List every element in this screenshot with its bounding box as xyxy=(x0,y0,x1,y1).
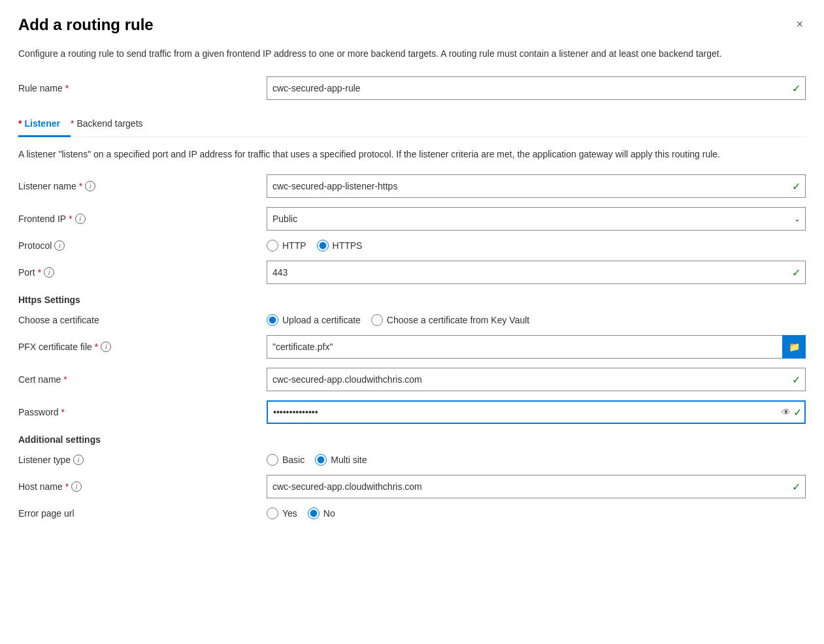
password-input-wrapper: 👁 ✓ xyxy=(267,400,806,424)
panel-header: Add a routing rule × xyxy=(18,16,806,34)
error-page-url-no-radio[interactable] xyxy=(308,507,320,519)
listener-name-control: ✓ xyxy=(267,174,806,198)
choose-certificate-row: Choose a certificate Upload a certificat… xyxy=(18,314,806,326)
choose-certificate-control: Upload a certificate Choose a certificat… xyxy=(267,314,806,326)
pfx-file-browse-button[interactable]: 📁 xyxy=(782,335,806,359)
cert-name-input-wrapper: ✓ xyxy=(267,368,806,391)
cert-name-input[interactable] xyxy=(267,368,806,391)
cert-name-label: Cert name * xyxy=(18,374,267,385)
password-label: Password * xyxy=(18,407,267,417)
error-page-url-yes-option[interactable]: Yes xyxy=(267,507,297,519)
pfx-file-input-wrapper: 📁 xyxy=(267,335,806,359)
password-row: Password * 👁 ✓ xyxy=(18,400,806,424)
port-label: Port * i xyxy=(18,267,267,278)
rule-name-label: Rule name * xyxy=(18,83,267,93)
panel-description: Configure a routing rule to send traffic… xyxy=(18,47,763,61)
listener-name-checkmark: ✓ xyxy=(792,180,800,193)
host-name-input[interactable] xyxy=(267,475,806,498)
protocol-control: HTTP HTTPS xyxy=(267,240,806,251)
frontend-ip-control: Public ⌄ xyxy=(267,207,806,231)
frontend-ip-info-icon[interactable]: i xyxy=(75,214,86,224)
listener-type-row: Listener type i Basic Multi site xyxy=(18,454,806,466)
folder-icon: 📁 xyxy=(789,342,800,352)
close-button[interactable]: × xyxy=(793,16,806,33)
listener-name-info-icon[interactable]: i xyxy=(85,181,95,191)
host-name-info-icon[interactable]: i xyxy=(71,481,82,492)
listener-type-multisite-option[interactable]: Multi site xyxy=(315,454,367,466)
choose-certificate-radio-group: Upload a certificate Choose a certificat… xyxy=(267,314,806,326)
listener-type-info-icon[interactable]: i xyxy=(73,455,84,465)
password-icons: 👁 ✓ xyxy=(782,406,802,419)
error-page-url-label: Error page url xyxy=(18,508,267,519)
frontend-ip-dropdown-wrapper: Public ⌄ xyxy=(267,207,806,231)
listener-type-control: Basic Multi site xyxy=(267,454,806,466)
tab-backend-targets[interactable]: * Backend targets xyxy=(71,113,154,137)
listener-type-radio-group: Basic Multi site xyxy=(267,454,806,466)
password-input[interactable] xyxy=(267,400,806,424)
frontend-ip-row: Frontend IP * i Public ⌄ xyxy=(18,207,806,231)
cert-name-checkmark: ✓ xyxy=(792,374,800,386)
pfx-file-text-input[interactable] xyxy=(267,335,782,359)
additional-settings-title: Additional settings xyxy=(18,434,806,445)
listener-name-input[interactable] xyxy=(267,174,806,198)
rule-name-row: Rule name * ✓ xyxy=(18,76,806,100)
error-page-url-row: Error page url Yes No xyxy=(18,507,806,519)
port-input-wrapper: ✓ xyxy=(267,261,806,284)
host-name-row: Host name * i ✓ xyxy=(18,475,806,498)
password-checkmark: ✓ xyxy=(793,406,802,419)
https-settings-title: Https Settings xyxy=(18,295,806,305)
listener-name-row: Listener name * i ✓ xyxy=(18,174,806,198)
frontend-ip-select[interactable]: Public xyxy=(267,207,806,231)
protocol-row: Protocol i HTTP HTTPS xyxy=(18,240,806,251)
listener-type-multisite-radio[interactable] xyxy=(315,454,327,466)
tabs-row: * Listener * Backend targets xyxy=(18,113,806,137)
pfx-certificate-control: 📁 xyxy=(267,335,806,359)
port-info-icon[interactable]: i xyxy=(44,267,54,278)
cert-name-control: ✓ xyxy=(267,368,806,391)
protocol-https-radio[interactable] xyxy=(317,240,329,251)
protocol-http-radio[interactable] xyxy=(267,240,278,251)
listener-name-input-wrapper: ✓ xyxy=(267,174,806,198)
error-page-url-control: Yes No xyxy=(267,507,806,519)
listener-name-label: Listener name * i xyxy=(18,181,267,191)
upload-certificate-radio[interactable] xyxy=(267,314,278,326)
rule-name-input[interactable] xyxy=(267,76,806,100)
frontend-ip-label: Frontend IP * i xyxy=(18,214,267,224)
rule-name-checkmark: ✓ xyxy=(792,82,800,95)
error-page-url-no-option[interactable]: No xyxy=(308,507,335,519)
keyvault-certificate-radio[interactable] xyxy=(371,314,383,326)
host-name-checkmark: ✓ xyxy=(792,481,800,493)
port-row: Port * i ✓ xyxy=(18,261,806,284)
add-routing-rule-panel: Add a routing rule × Configure a routing… xyxy=(0,0,824,644)
protocol-label: Protocol i xyxy=(18,240,267,251)
listener-type-basic-option[interactable]: Basic xyxy=(267,454,305,466)
cert-name-row: Cert name * ✓ xyxy=(18,368,806,391)
port-input[interactable] xyxy=(267,261,806,284)
rule-name-control: ✓ xyxy=(267,76,806,100)
rule-name-input-wrapper: ✓ xyxy=(267,76,806,100)
upload-certificate-option[interactable]: Upload a certificate xyxy=(267,314,361,326)
tab-listener[interactable]: * Listener xyxy=(18,113,71,137)
pfx-certificate-row: PFX certificate file * i 📁 xyxy=(18,335,806,359)
keyvault-certificate-option[interactable]: Choose a certificate from Key Vault xyxy=(371,314,529,326)
password-eye-icon[interactable]: 👁 xyxy=(782,407,791,417)
protocol-radio-group: HTTP HTTPS xyxy=(267,240,806,251)
port-control: ✓ xyxy=(267,261,806,284)
host-name-control: ✓ xyxy=(267,475,806,498)
protocol-https-option[interactable]: HTTPS xyxy=(317,240,363,251)
error-page-url-radio-group: Yes No xyxy=(267,507,806,519)
pfx-certificate-label: PFX certificate file * i xyxy=(18,342,267,352)
protocol-info-icon[interactable]: i xyxy=(54,240,65,251)
port-checkmark: ✓ xyxy=(792,266,800,279)
protocol-http-option[interactable]: HTTP xyxy=(267,240,306,251)
listener-description: A listener "listens" on a specified port… xyxy=(18,148,763,161)
listener-type-label: Listener type i xyxy=(18,455,267,465)
host-name-input-wrapper: ✓ xyxy=(267,475,806,498)
listener-type-basic-radio[interactable] xyxy=(267,454,278,466)
pfx-certificate-info-icon[interactable]: i xyxy=(101,342,111,352)
host-name-label: Host name * i xyxy=(18,481,267,492)
panel-title: Add a routing rule xyxy=(18,16,154,34)
password-control: 👁 ✓ xyxy=(267,400,806,424)
choose-certificate-label: Choose a certificate xyxy=(18,315,267,325)
error-page-url-yes-radio[interactable] xyxy=(267,507,278,519)
